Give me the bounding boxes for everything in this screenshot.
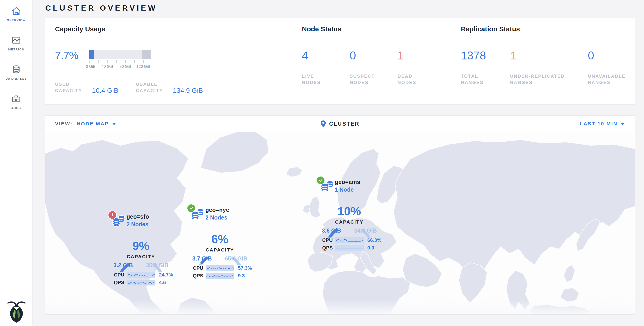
total-capacity: 65.6 GiB: [225, 255, 247, 262]
replication-status-title: Replication Status: [461, 25, 635, 33]
cpu-sparkline: [127, 272, 155, 278]
cpu-label: CPU: [322, 237, 335, 243]
qps-sparkline: [206, 273, 234, 279]
capacity-usage-title: Capacity Usage: [55, 25, 302, 33]
usable-capacity-label: USABLE CAPACITY: [136, 81, 163, 94]
healthy-check-badge: [188, 204, 195, 212]
total-capacity: 34.3 GiB: [354, 227, 377, 234]
view-label: VIEW:: [55, 121, 72, 127]
used-capacity-value: 10.4 GiB: [92, 87, 118, 94]
node-map-toolbar: VIEW: NODE MAP CLUSTER LAST 10 MIN: [45, 116, 635, 132]
healthy-check-badge: [317, 176, 324, 184]
node-map-card: VIEW: NODE MAP CLUSTER LAST 10 MIN: [45, 116, 635, 315]
capacity-bar-reserved: [142, 50, 151, 59]
dead-nodes-metric: 1 DEADNODES: [398, 49, 445, 86]
axis-tick-label: 0 GiB: [86, 64, 96, 69]
world-map[interactable]: 1 geo=sfo 2 Nodes: [45, 132, 635, 314]
dead-node-badge: 1: [108, 211, 116, 219]
capacity-axis-ticks: [89, 60, 151, 63]
live-nodes-value: 4: [302, 49, 350, 62]
sidebar-item-jobs[interactable]: JOBS: [0, 88, 32, 117]
total-ranges-metric: 1378 TOTALRANGES: [461, 49, 510, 86]
sidebar-item-label: METRICS: [8, 48, 24, 51]
usable-capacity-value: 134.9 GiB: [173, 87, 203, 94]
cpu-value: 24.7%: [159, 272, 173, 278]
map-bottom-fade: [45, 300, 635, 314]
axis-tick-label: 80 GiB: [120, 64, 131, 69]
capacity-label: CAPACITY: [182, 247, 258, 253]
chevron-down-icon: [621, 123, 625, 125]
used-capacity: 3.7 GiB: [192, 255, 212, 262]
cluster-summary-card: Capacity Usage 7.7% 0 GiB 40 GiB: [45, 18, 635, 105]
unavailable-ranges-metric: 0 UNAVAILABLERANGES: [588, 49, 626, 86]
cpu-sparkline: [206, 265, 234, 271]
replication-status-section: Replication Status 1378 TOTALRANGES 1 UN…: [461, 25, 635, 94]
sidebar-item-overview[interactable]: OVERVIEW: [0, 0, 32, 29]
home-icon: [11, 6, 22, 16]
view-dropdown[interactable]: NODE MAP: [77, 121, 116, 127]
capacity-axis-labels: 0 GiB 40 GiB 80 GiB 120 GiB: [89, 64, 151, 69]
jobs-icon: [11, 94, 22, 104]
used-capacity-label: USED CAPACITY: [55, 81, 82, 94]
capacity-label: CAPACITY: [311, 219, 388, 225]
qps-value: 4.6: [159, 280, 166, 286]
qps-sparkline: [335, 245, 364, 251]
qps-sparkline: [127, 280, 155, 286]
breadcrumb-cluster[interactable]: CLUSTER: [329, 121, 360, 127]
databases-icon: [11, 64, 22, 75]
axis-tick-label: 120 GiB: [136, 64, 150, 69]
locality-geo-nyc[interactable]: geo=nyc 2 Nodes 6% CAPACITY 3.7 GiB 65.6…: [182, 199, 258, 281]
live-nodes-metric: 4 LIVENODES: [302, 49, 350, 86]
node-status-section: Node Status 4 LIVENODES 0 SUSPECTNODES 1: [302, 25, 461, 94]
locality-geo-ams[interactable]: geo=ams 1 Node 10% CAPACITY 3.6 GiB 34.3…: [311, 171, 388, 254]
cpu-label: CPU: [193, 265, 206, 271]
dead-nodes-value: 1: [398, 49, 445, 62]
qps-value: 9.3: [238, 273, 245, 279]
main-content: CLUSTER OVERVIEW Capacity Usage 7.7% 0: [33, 3, 644, 315]
under-replicated-ranges-metric: 1 UNDER-REPLICATEDRANGES: [510, 49, 588, 86]
chevron-down-icon: [112, 123, 116, 125]
qps-label: QPS: [193, 273, 206, 279]
used-capacity: 3.2 GiB: [114, 262, 133, 269]
capacity-bar-chart: 0 GiB 40 GiB 80 GiB 120 GiB: [89, 50, 151, 69]
cpu-label: CPU: [114, 272, 127, 278]
page-title: CLUSTER OVERVIEW: [45, 3, 644, 12]
cpu-value: 57.3%: [238, 265, 252, 271]
suspect-nodes-metric: 0 SUSPECTNODES: [350, 49, 398, 86]
sidebar-item-label: DATABASES: [6, 77, 27, 80]
used-capacity: 3.6 GiB: [322, 227, 341, 234]
locality-name: geo=nyc: [206, 207, 229, 213]
location-pin-icon: [320, 120, 326, 127]
cpu-value: 66.3%: [367, 237, 381, 243]
capacity-label: CAPACITY: [102, 254, 179, 259]
locality-name: geo=ams: [335, 179, 360, 185]
sidebar-item-label: OVERVIEW: [7, 18, 26, 22]
total-capacity: 35.0 GiB: [146, 262, 168, 269]
suspect-nodes-value: 0: [350, 49, 398, 62]
sidebar-item-label: JOBS: [12, 106, 21, 110]
capacity-percent: 9%: [102, 239, 179, 253]
capacity-percent: 10%: [311, 204, 388, 218]
sidebar-item-databases[interactable]: DATABASES: [0, 59, 32, 88]
capacity-bar-used: [89, 50, 94, 59]
axis-tick-label: 40 GiB: [102, 64, 113, 69]
metrics-icon: [11, 35, 22, 45]
node-status-title: Node Status: [302, 25, 461, 33]
qps-value: 0.0: [367, 245, 374, 251]
capacity-percent: 7.7%: [55, 49, 89, 61]
under-replicated-ranges-value: 1: [510, 49, 588, 62]
locality-geo-sfo[interactable]: 1 geo=sfo 2 Nodes: [102, 206, 179, 288]
capacity-usage-section: Capacity Usage 7.7% 0 GiB 40 GiB: [55, 25, 302, 94]
cpu-sparkline: [335, 237, 364, 243]
locality-name: geo=sfo: [126, 213, 149, 220]
cockroachdb-logo: [0, 300, 33, 323]
total-ranges-value: 1378: [461, 49, 510, 62]
qps-label: QPS: [322, 245, 335, 251]
capacity-bar-track: [89, 50, 151, 59]
capacity-percent: 6%: [182, 232, 258, 246]
qps-label: QPS: [114, 280, 127, 286]
sidebar: OVERVIEW METRICS DATABASES JOBS: [0, 0, 33, 326]
time-range-dropdown[interactable]: LAST 10 MIN: [580, 121, 625, 127]
unavailable-ranges-value: 0: [588, 49, 626, 62]
sidebar-item-metrics[interactable]: METRICS: [0, 29, 32, 59]
